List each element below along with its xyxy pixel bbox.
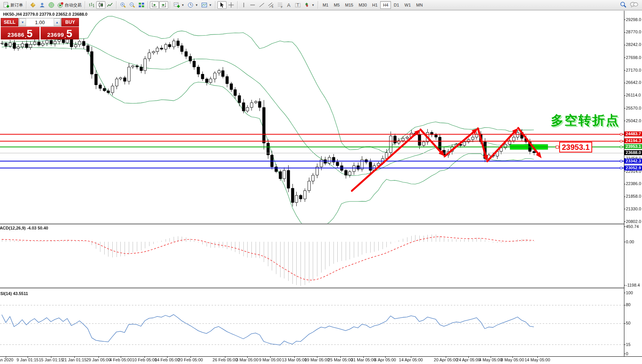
horizontal-line-button[interactable]	[248, 1, 257, 9]
rsi-axis-label: 80	[626, 302, 631, 307]
level-price-box: 23953.1	[559, 142, 592, 152]
chart-canvas[interactable]	[0, 0, 642, 364]
label-button[interactable]: T	[293, 1, 302, 9]
timeframe-m5[interactable]: M5	[331, 1, 342, 9]
autotrade-button[interactable]: 自动交易	[56, 1, 83, 9]
zoom-in-icon	[120, 2, 126, 8]
toolbar-separator	[170, 1, 171, 9]
time-axis-label: 29 Jan 05:00	[86, 357, 111, 362]
trendline-button[interactable]	[257, 1, 266, 9]
time-axis-label: 9 Mar 05:00	[259, 357, 282, 362]
toolbar-separator	[85, 1, 85, 9]
timeframe-w1[interactable]: W1	[402, 1, 414, 9]
tile-windows-button[interactable]	[137, 1, 146, 9]
templates-button[interactable]: ▼	[200, 1, 213, 9]
svg-text:T: T	[297, 3, 299, 7]
crosshair-button[interactable]	[227, 1, 236, 9]
chart-bars-button[interactable]	[87, 1, 96, 9]
community-button[interactable]	[38, 1, 47, 9]
volume-spinner: ▼ ▲	[19, 18, 61, 26]
price-tag: 23688.0	[624, 150, 642, 155]
time-axis-label: 20 Feb 05:00	[178, 357, 203, 362]
timeframe-m1[interactable]: M1	[320, 1, 331, 9]
price-axis-label: 21858.0	[626, 194, 641, 198]
chart-line-button[interactable]	[105, 1, 115, 9]
chart-shift-button[interactable]	[150, 1, 159, 9]
periods-button[interactable]: ▼	[186, 1, 200, 9]
price-axis-label: 26642.0	[626, 80, 641, 85]
autotrade-icon	[57, 2, 64, 8]
tile-windows-icon	[138, 2, 144, 8]
chart-candles-icon	[98, 2, 104, 8]
crosshair-icon	[228, 2, 234, 8]
price-axis-label: 25042.0	[626, 118, 641, 123]
template-icon	[201, 2, 207, 8]
time-axis-label: 26 Feb 05:00	[213, 357, 238, 362]
volume-input[interactable]	[26, 18, 54, 26]
timeframe-m15[interactable]: M15	[342, 1, 356, 9]
level-box-anchor	[556, 146, 559, 149]
timeframe-h1[interactable]: H1	[369, 1, 380, 9]
price-axis-label: 28242.0	[626, 42, 641, 47]
arrows-button[interactable]: ▼	[302, 1, 316, 9]
time-axis-label: 20 Apr 05:00	[434, 357, 458, 362]
channel-button[interactable]: E	[266, 1, 276, 9]
timeframe-h4[interactable]: H4	[380, 1, 391, 9]
buy-button[interactable]: BUY	[61, 18, 79, 26]
new-chart-icon	[174, 2, 180, 8]
time-axis-label: 25 Mar 05:00	[328, 357, 353, 362]
metaeditor-button[interactable]	[28, 1, 38, 9]
periods-clock-icon	[187, 2, 194, 8]
time-axis-label: 4 May 05:00	[479, 357, 502, 362]
search-icon[interactable]	[620, 1, 627, 9]
chevron-down-icon: ▼	[209, 3, 212, 7]
price-axis-label: 27170.0	[626, 68, 641, 72]
chart-shift-icon	[151, 2, 158, 8]
time-axis-label: 10 Feb 05:00	[132, 357, 157, 362]
auto-scroll-button[interactable]	[159, 1, 168, 9]
toolbar-separator	[26, 1, 27, 9]
cursor-icon	[219, 2, 225, 8]
price-tag: 23342.3	[624, 159, 642, 164]
fibonacci-button[interactable]: F	[276, 1, 285, 9]
symbol-header: HK50-,H4 23779.0 23779.0 23652.0 23688.0	[3, 12, 87, 16]
time-axis-label: 8 May 05:00	[501, 357, 524, 362]
new-chart-button[interactable]: ▼	[172, 1, 186, 9]
new-order-icon	[3, 2, 9, 8]
volume-decrease-button[interactable]: ▼	[19, 18, 26, 26]
metaeditor-icon	[30, 2, 36, 8]
buy-price-fraction: 5	[66, 28, 72, 39]
buy-price[interactable]: 23699 . 5	[41, 27, 79, 39]
time-axis-label: 6 Apr 05:00	[374, 357, 396, 362]
rsi-axis-label: 100	[626, 290, 633, 295]
time-axis-label: 14 Apr 05:00	[399, 357, 423, 362]
signals-button[interactable]	[47, 1, 56, 9]
text-button[interactable]: A	[285, 1, 293, 9]
chart-candles-button[interactable]	[96, 1, 105, 9]
time-axis-label: 4 Feb 05:00	[110, 357, 132, 362]
vertical-line-button[interactable]	[240, 1, 248, 9]
price-axis-label: 25570.0	[626, 106, 641, 110]
signals-icon	[48, 2, 54, 8]
timeframe-m30[interactable]: M30	[356, 1, 369, 9]
sell-button[interactable]: SELL	[1, 18, 18, 26]
buy-price-point: .	[64, 33, 66, 39]
label-icon: T	[295, 2, 301, 8]
buy-price-main: 23699	[47, 30, 64, 39]
sell-price[interactable]: 23686 . 5	[1, 27, 39, 39]
toolbar-separator	[237, 1, 238, 9]
timeframe-d1[interactable]: D1	[391, 1, 402, 9]
zoom-out-button[interactable]	[128, 1, 137, 9]
auto-scroll-icon	[161, 2, 167, 8]
time-axis-label: 24 Apr 05:00	[456, 357, 480, 362]
channel-icon: E	[268, 2, 274, 8]
toolbar-separator	[148, 1, 148, 9]
sell-price-point: .	[25, 33, 26, 39]
arrows-icon	[304, 2, 310, 8]
new-order-button[interactable]: 新订单	[2, 1, 25, 9]
cursor-button[interactable]	[217, 1, 227, 9]
zoom-in-button[interactable]	[118, 1, 128, 9]
chat-icon[interactable]	[630, 1, 638, 9]
volume-increase-button[interactable]: ▲	[54, 18, 61, 26]
timeframe-mn[interactable]: MN	[414, 1, 425, 9]
